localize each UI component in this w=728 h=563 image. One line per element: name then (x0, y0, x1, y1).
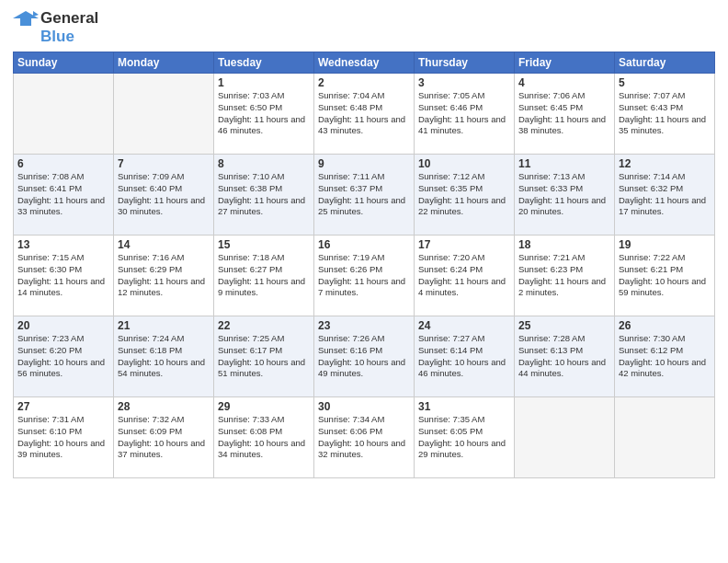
day-info: Sunrise: 7:33 AM Sunset: 6:08 PM Dayligh… (218, 414, 310, 461)
calendar-week-row: 1Sunrise: 7:03 AM Sunset: 6:50 PM Daylig… (14, 74, 715, 155)
calendar-header-saturday: Saturday (615, 52, 715, 74)
day-info: Sunrise: 7:25 AM Sunset: 6:17 PM Dayligh… (218, 333, 310, 380)
calendar-cell: 26Sunrise: 7:30 AM Sunset: 6:12 PM Dayli… (615, 316, 715, 397)
day-info: Sunrise: 7:10 AM Sunset: 6:38 PM Dayligh… (218, 171, 310, 218)
calendar-cell: 18Sunrise: 7:21 AM Sunset: 6:23 PM Dayli… (515, 236, 615, 316)
calendar-cell: 28Sunrise: 7:32 AM Sunset: 6:09 PM Dayli… (114, 397, 214, 478)
day-info: Sunrise: 7:35 AM Sunset: 6:05 PM Dayligh… (418, 414, 510, 461)
day-info: Sunrise: 7:28 AM Sunset: 6:13 PM Dayligh… (518, 333, 610, 380)
calendar-cell: 2Sunrise: 7:04 AM Sunset: 6:48 PM Daylig… (314, 74, 415, 155)
day-info: Sunrise: 7:18 AM Sunset: 6:27 PM Dayligh… (218, 252, 310, 299)
calendar-cell: 24Sunrise: 7:27 AM Sunset: 6:14 PM Dayli… (415, 316, 515, 397)
day-info: Sunrise: 7:24 AM Sunset: 6:18 PM Dayligh… (118, 333, 210, 380)
calendar-cell: 10Sunrise: 7:12 AM Sunset: 6:35 PM Dayli… (415, 155, 515, 236)
day-info: Sunrise: 7:31 AM Sunset: 6:10 PM Dayligh… (17, 414, 109, 461)
day-number: 28 (118, 400, 210, 413)
day-info: Sunrise: 7:03 AM Sunset: 6:50 PM Dayligh… (218, 90, 310, 137)
calendar-cell: 9Sunrise: 7:11 AM Sunset: 6:37 PM Daylig… (314, 155, 415, 236)
day-info: Sunrise: 7:22 AM Sunset: 6:21 PM Dayligh… (619, 252, 711, 299)
day-info: Sunrise: 7:05 AM Sunset: 6:46 PM Dayligh… (418, 90, 510, 137)
calendar-cell: 17Sunrise: 7:20 AM Sunset: 6:24 PM Dayli… (415, 236, 515, 316)
day-info: Sunrise: 7:23 AM Sunset: 6:20 PM Dayligh… (17, 333, 109, 380)
day-info: Sunrise: 7:21 AM Sunset: 6:23 PM Dayligh… (518, 252, 610, 299)
calendar-cell: 23Sunrise: 7:26 AM Sunset: 6:16 PM Dayli… (314, 316, 415, 397)
calendar-table: SundayMondayTuesdayWednesdayThursdayFrid… (13, 52, 715, 478)
day-number: 30 (318, 400, 410, 413)
calendar-week-row: 13Sunrise: 7:15 AM Sunset: 6:30 PM Dayli… (14, 236, 715, 316)
day-number: 12 (619, 157, 711, 170)
day-number: 9 (318, 157, 410, 170)
day-info: Sunrise: 7:04 AM Sunset: 6:48 PM Dayligh… (318, 90, 410, 137)
calendar-cell: 27Sunrise: 7:31 AM Sunset: 6:10 PM Dayli… (14, 397, 114, 478)
day-number: 25 (518, 319, 610, 332)
calendar-cell: 22Sunrise: 7:25 AM Sunset: 6:17 PM Dayli… (214, 316, 314, 397)
day-number: 2 (318, 76, 410, 89)
calendar-cell: 13Sunrise: 7:15 AM Sunset: 6:30 PM Dayli… (14, 236, 114, 316)
day-number: 26 (619, 319, 711, 332)
day-number: 3 (418, 76, 510, 89)
day-number: 31 (418, 400, 510, 413)
day-info: Sunrise: 7:15 AM Sunset: 6:30 PM Dayligh… (17, 252, 109, 299)
calendar-cell (114, 74, 214, 155)
day-number: 29 (218, 400, 310, 413)
calendar-header-tuesday: Tuesday (214, 52, 314, 74)
day-number: 22 (218, 319, 310, 332)
day-number: 7 (118, 157, 210, 170)
day-info: Sunrise: 7:07 AM Sunset: 6:43 PM Dayligh… (619, 90, 711, 137)
calendar-cell: 8Sunrise: 7:10 AM Sunset: 6:38 PM Daylig… (214, 155, 314, 236)
calendar-week-row: 20Sunrise: 7:23 AM Sunset: 6:20 PM Dayli… (14, 316, 715, 397)
day-number: 4 (518, 76, 610, 89)
calendar-header-wednesday: Wednesday (314, 52, 415, 74)
day-info: Sunrise: 7:30 AM Sunset: 6:12 PM Dayligh… (619, 333, 711, 380)
calendar-header-monday: Monday (114, 52, 214, 74)
header: General Blue (13, 9, 715, 46)
day-number: 8 (218, 157, 310, 170)
day-number: 17 (418, 238, 510, 251)
logo-general: General (40, 9, 98, 28)
calendar-week-row: 6Sunrise: 7:08 AM Sunset: 6:41 PM Daylig… (14, 155, 715, 236)
day-number: 24 (418, 319, 510, 332)
day-info: Sunrise: 7:27 AM Sunset: 6:14 PM Dayligh… (418, 333, 510, 380)
calendar-cell: 3Sunrise: 7:05 AM Sunset: 6:46 PM Daylig… (415, 74, 515, 155)
calendar-cell: 15Sunrise: 7:18 AM Sunset: 6:27 PM Dayli… (214, 236, 314, 316)
calendar-header-sunday: Sunday (14, 52, 114, 74)
day-number: 27 (17, 400, 109, 413)
calendar-cell: 21Sunrise: 7:24 AM Sunset: 6:18 PM Dayli… (114, 316, 214, 397)
logo-blue: Blue (40, 28, 74, 46)
day-number: 10 (418, 157, 510, 170)
page: General Blue SundayMondayTuesdayWednesda… (0, 0, 728, 563)
calendar-cell: 19Sunrise: 7:22 AM Sunset: 6:21 PM Dayli… (615, 236, 715, 316)
calendar-cell: 14Sunrise: 7:16 AM Sunset: 6:29 PM Dayli… (114, 236, 214, 316)
logo-bird-icon (13, 9, 39, 28)
day-number: 16 (318, 238, 410, 251)
calendar-header-row: SundayMondayTuesdayWednesdayThursdayFrid… (14, 52, 715, 74)
day-info: Sunrise: 7:26 AM Sunset: 6:16 PM Dayligh… (318, 333, 410, 380)
calendar-cell (14, 74, 114, 155)
day-number: 18 (518, 238, 610, 251)
day-info: Sunrise: 7:14 AM Sunset: 6:32 PM Dayligh… (619, 171, 711, 218)
day-info: Sunrise: 7:16 AM Sunset: 6:29 PM Dayligh… (118, 252, 210, 299)
calendar-cell: 6Sunrise: 7:08 AM Sunset: 6:41 PM Daylig… (14, 155, 114, 236)
day-info: Sunrise: 7:12 AM Sunset: 6:35 PM Dayligh… (418, 171, 510, 218)
calendar-week-row: 27Sunrise: 7:31 AM Sunset: 6:10 PM Dayli… (14, 397, 715, 478)
day-info: Sunrise: 7:13 AM Sunset: 6:33 PM Dayligh… (518, 171, 610, 218)
svg-marker-1 (33, 11, 39, 17)
day-number: 11 (518, 157, 610, 170)
day-number: 5 (619, 76, 711, 89)
calendar-cell (615, 397, 715, 478)
day-number: 23 (318, 319, 410, 332)
day-info: Sunrise: 7:11 AM Sunset: 6:37 PM Dayligh… (318, 171, 410, 218)
day-number: 15 (218, 238, 310, 251)
calendar-cell: 20Sunrise: 7:23 AM Sunset: 6:20 PM Dayli… (14, 316, 114, 397)
calendar-cell: 1Sunrise: 7:03 AM Sunset: 6:50 PM Daylig… (214, 74, 314, 155)
calendar-cell: 30Sunrise: 7:34 AM Sunset: 6:06 PM Dayli… (314, 397, 415, 478)
calendar-header-thursday: Thursday (415, 52, 515, 74)
day-info: Sunrise: 7:09 AM Sunset: 6:40 PM Dayligh… (118, 171, 210, 218)
calendar-cell: 12Sunrise: 7:14 AM Sunset: 6:32 PM Dayli… (615, 155, 715, 236)
calendar-cell: 16Sunrise: 7:19 AM Sunset: 6:26 PM Dayli… (314, 236, 415, 316)
calendar-cell: 7Sunrise: 7:09 AM Sunset: 6:40 PM Daylig… (114, 155, 214, 236)
day-number: 13 (17, 238, 109, 251)
calendar-cell: 5Sunrise: 7:07 AM Sunset: 6:43 PM Daylig… (615, 74, 715, 155)
day-info: Sunrise: 7:19 AM Sunset: 6:26 PM Dayligh… (318, 252, 410, 299)
day-info: Sunrise: 7:34 AM Sunset: 6:06 PM Dayligh… (318, 414, 410, 461)
